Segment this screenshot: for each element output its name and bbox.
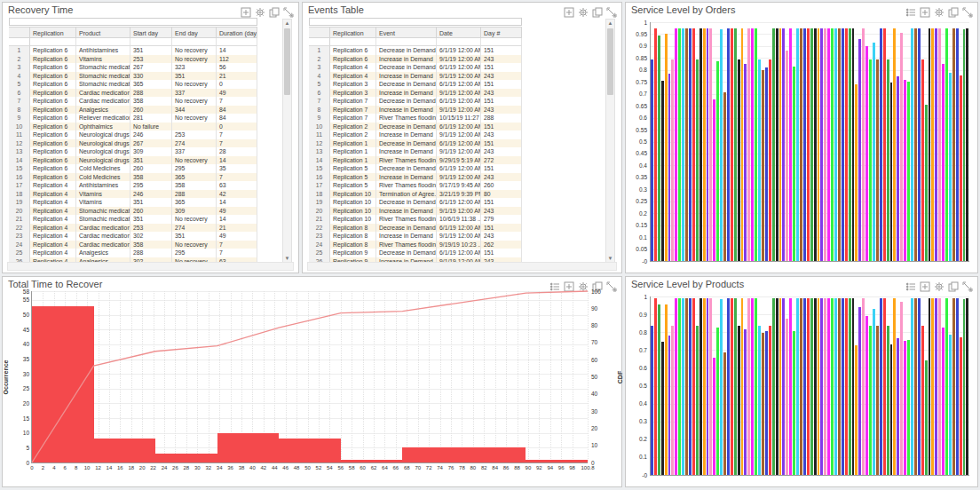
bar bbox=[842, 298, 844, 475]
table-row[interactable]: 21Replication 4Stomachic medicat...351No… bbox=[9, 215, 257, 224]
table-row[interactable]: 13Replication 6Neurological drugs3093372… bbox=[9, 147, 257, 156]
table-row[interactable]: 4Replication 4Increase in Demand9/1/19 1… bbox=[309, 72, 522, 81]
table-row[interactable]: 14Replication 6Neurological drugs351No r… bbox=[9, 156, 257, 165]
expand-icon[interactable] bbox=[606, 5, 617, 16]
table-cell: Replication 4 bbox=[30, 249, 76, 257]
table-row[interactable]: 4Replication 6Stomachic medicat...330351… bbox=[9, 72, 257, 81]
table-row[interactable]: 23Replication 4Cardiac medications302351… bbox=[9, 232, 257, 241]
column-header[interactable]: Date bbox=[437, 27, 481, 38]
table-row[interactable]: 3Replication 4Decrease in Demand6/1/19 1… bbox=[309, 63, 522, 72]
column-header[interactable]: Duration (days) bbox=[217, 27, 257, 38]
table-row[interactable]: 19Replication 4Vitamins35136514 bbox=[9, 198, 257, 207]
plus-icon[interactable] bbox=[920, 280, 930, 290]
table-filter-row[interactable] bbox=[309, 38, 522, 46]
table-row[interactable]: 3Replication 6Stomachic medicat...267323… bbox=[9, 63, 257, 72]
table-filter-input[interactable] bbox=[9, 18, 257, 26]
table-row[interactable]: 9Replication 7River Thames flooding10/15… bbox=[309, 114, 522, 122]
table-row[interactable]: 15Replication 6Cold Medicines26029535 bbox=[9, 164, 257, 173]
column-header[interactable]: Product bbox=[76, 27, 130, 38]
table-row[interactable]: 16Replication 6Cold Medicines3583657 bbox=[9, 173, 257, 182]
table-cell: 9/1/19 12:00 AM bbox=[437, 89, 481, 98]
table-row[interactable]: 1Replication 6Decrease in Demand6/1/19 1… bbox=[309, 46, 522, 55]
table-row[interactable]: 12Replication 1Decrease in Demand6/1/19 … bbox=[309, 139, 522, 148]
bar bbox=[789, 298, 792, 475]
bar bbox=[699, 28, 702, 261]
table-row[interactable]: 12Replication 6Neurological drugs2672747 bbox=[9, 139, 257, 148]
table-row[interactable]: 20Replication 10Increase in Demand9/1/19… bbox=[309, 207, 522, 216]
column-header[interactable]: Day # bbox=[481, 27, 522, 38]
table-row[interactable]: 2Replication 6Vitamins253No recovery112 bbox=[9, 55, 257, 64]
table-row[interactable]: 1Replication 6Antihistamines351No recove… bbox=[9, 46, 257, 55]
table-row[interactable]: 7Replication 6Cardiac medications358No r… bbox=[9, 97, 257, 106]
table-row[interactable]: 6Replication 3Increase in Demand9/1/19 1… bbox=[309, 89, 522, 98]
gear-icon[interactable] bbox=[578, 280, 589, 290]
table-filter-input[interactable] bbox=[309, 18, 522, 26]
table-row[interactable]: 9Replication 6Reliever medications281No … bbox=[9, 114, 257, 122]
bar bbox=[818, 28, 820, 261]
scroll-up-icon[interactable]: ▲ bbox=[283, 20, 291, 28]
table-row[interactable]: 10Replication 6OphthalmicsNo failure0 bbox=[9, 122, 257, 131]
expand-icon[interactable] bbox=[283, 5, 294, 16]
plus-icon[interactable] bbox=[920, 5, 930, 16]
expand-icon[interactable] bbox=[962, 280, 973, 290]
table-row[interactable]: 13Replication 1Increase in Demand9/1/19 … bbox=[309, 147, 522, 156]
table-row[interactable]: 25Replication 9Decrease in Demand6/1/19 … bbox=[309, 249, 522, 257]
table-row[interactable]: 21Replication 10River Thames flooding10/… bbox=[309, 215, 522, 224]
table-row[interactable]: 19Replication 10Decrease in Demand6/1/19… bbox=[309, 198, 522, 207]
table-row[interactable]: 22Replication 8Decrease in Demand6/1/19 … bbox=[309, 224, 522, 233]
table-row[interactable]: 14Replication 1River Thames flooding9/29… bbox=[309, 156, 522, 165]
copy-icon[interactable] bbox=[948, 280, 959, 290]
table-row[interactable]: 20Replication 4Stomachic medicat...26030… bbox=[9, 207, 257, 216]
column-header[interactable]: Start day bbox=[130, 27, 172, 38]
horizontal-scrollbar[interactable] bbox=[7, 262, 294, 271]
table-row[interactable]: 24Replication 4Cardiac medications358No … bbox=[9, 241, 257, 249]
legend-icon[interactable] bbox=[549, 280, 560, 290]
scroll-thumb[interactable] bbox=[284, 28, 290, 95]
gear-icon[interactable] bbox=[255, 5, 265, 16]
table-row[interactable]: 6Replication 6Cardiac medications2883374… bbox=[9, 89, 257, 98]
table-row[interactable]: 7Replication 7Decrease in Demand6/1/19 1… bbox=[309, 97, 522, 106]
plus-icon[interactable] bbox=[241, 5, 251, 16]
expand-icon[interactable] bbox=[962, 5, 973, 16]
table-filter-row[interactable] bbox=[9, 38, 257, 46]
column-header[interactable]: Event bbox=[376, 27, 437, 38]
table-row[interactable]: 11Replication 6Neurological drugs2462537 bbox=[9, 130, 257, 139]
scroll-up-icon[interactable]: ▲ bbox=[606, 20, 614, 28]
table-row[interactable]: 22Replication 4Cardiac medications253274… bbox=[9, 224, 257, 233]
table-row[interactable]: 17Replication 4Antihistamines29535863 bbox=[9, 181, 257, 190]
table-row[interactable]: 5Replication 6Stomachic medicat...365No … bbox=[9, 80, 257, 89]
table-row[interactable]: 8Replication 7Increase in Demand9/1/19 1… bbox=[309, 106, 522, 115]
copy-icon[interactable] bbox=[269, 5, 280, 16]
gear-icon[interactable] bbox=[934, 280, 944, 290]
table-row[interactable]: 23Replication 8Increase in Demand9/1/19 … bbox=[309, 232, 522, 241]
gear-icon[interactable] bbox=[934, 5, 944, 16]
horizontal-scrollbar[interactable] bbox=[307, 262, 617, 271]
table-row[interactable]: 2Replication 6Increase in Demand9/1/19 1… bbox=[309, 55, 522, 64]
plus-icon[interactable] bbox=[564, 280, 574, 290]
column-header[interactable]: Replication bbox=[30, 27, 76, 38]
gear-icon[interactable] bbox=[578, 5, 589, 16]
legend-icon[interactable] bbox=[905, 5, 916, 16]
table-row[interactable]: 18Replication 4Vitamins24628842 bbox=[9, 190, 257, 199]
table-row[interactable]: 24Replication 8River Thames flooding9/19… bbox=[309, 241, 522, 249]
table-row[interactable]: 10Replication 2Decrease in Demand6/1/19 … bbox=[309, 122, 522, 131]
x-axis-tick-label: 64 bbox=[382, 465, 388, 470]
table-cell: 7 bbox=[217, 249, 257, 257]
copy-icon[interactable] bbox=[592, 5, 603, 16]
legend-icon[interactable] bbox=[905, 280, 916, 290]
table-row[interactable]: 18Replication 10Termination of Agree...3… bbox=[309, 190, 522, 199]
plus-icon[interactable] bbox=[564, 5, 574, 16]
vertical-scrollbar[interactable]: ▲ ▼ bbox=[282, 19, 292, 264]
table-row[interactable]: 25Replication 4Analgesics2882957 bbox=[9, 249, 257, 257]
table-row[interactable]: 11Replication 2Increase in Demand9/1/19 … bbox=[309, 130, 522, 139]
table-row[interactable]: 15Replication 5Decrease in Demand6/1/19 … bbox=[309, 164, 522, 173]
vertical-scrollbar[interactable]: ▲ ▼ bbox=[605, 19, 615, 264]
table-row[interactable]: 5Replication 3Decrease in Demand6/1/19 1… bbox=[309, 80, 522, 89]
table-row[interactable]: 17Replication 5River Thames flooding9/17… bbox=[309, 181, 522, 190]
column-header[interactable]: End day bbox=[172, 27, 217, 38]
table-row[interactable]: 8Replication 6Analgesics26034484 bbox=[9, 106, 257, 115]
scroll-thumb[interactable] bbox=[607, 28, 613, 95]
table-row[interactable]: 16Replication 5Increase in Demand9/1/19 … bbox=[309, 173, 522, 182]
column-header[interactable]: Replication bbox=[330, 27, 376, 38]
copy-icon[interactable] bbox=[948, 5, 959, 16]
